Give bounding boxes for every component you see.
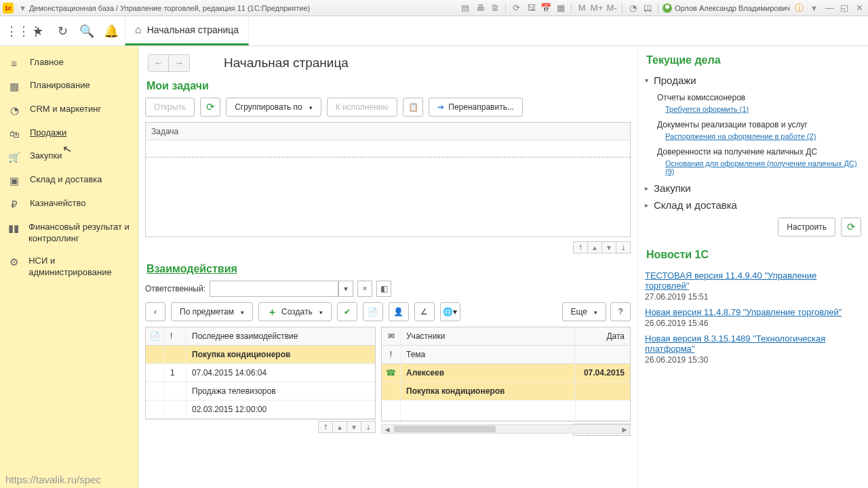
- book-icon[interactable]: 🕮: [642, 2, 654, 14]
- bell-icon[interactable]: 🔔: [103, 24, 119, 39]
- subject-row[interactable]: 107.04.2015 14:06:04: [146, 364, 375, 382]
- subjects-paging: ⤒▲▼⤓: [145, 421, 376, 433]
- configure-button[interactable]: Настроить: [778, 218, 835, 237]
- title-bar: 1c ▼ Демонстрационная база / Управление …: [0, 0, 868, 16]
- news-date: 26.06.2019 15:46: [645, 319, 861, 328]
- create-button[interactable]: ＋Создать: [258, 302, 332, 321]
- section-my-tasks: Мои задачи: [146, 80, 631, 92]
- close-icon[interactable]: ✕: [853, 2, 865, 14]
- section-interactions[interactable]: Взаимодействия: [146, 263, 631, 275]
- col-task: Задача: [151, 127, 178, 136]
- calendar-icon[interactable]: 📅: [540, 2, 552, 14]
- reload-icon[interactable]: ⟳: [510, 2, 522, 14]
- apps-icon[interactable]: ⋮⋮⋮: [5, 24, 22, 39]
- cart-icon: 🛒: [8, 151, 20, 163]
- responsible-dd[interactable]: ▾: [338, 281, 353, 297]
- subject-row[interactable]: 02.03.2015 12:00:00: [146, 401, 375, 419]
- by-subject-button[interactable]: По предметам: [171, 302, 253, 321]
- export-button[interactable]: 📋: [403, 98, 423, 117]
- affairs-refresh-button[interactable]: ⟳: [841, 218, 861, 237]
- 1c-logo-icon: 1c: [3, 3, 14, 14]
- tb-icon-1[interactable]: ▤: [459, 2, 471, 14]
- globe-button[interactable]: 🌐▾: [440, 302, 460, 321]
- to-execute-button[interactable]: К исполнению: [327, 98, 398, 117]
- refresh-icon: ⟳: [206, 101, 215, 113]
- chevron-right-icon: ▸: [645, 184, 648, 192]
- tasks-table[interactable]: Задача: [145, 122, 631, 237]
- affairs-group-sales[interactable]: ▾Продажи: [645, 72, 861, 89]
- affairs-link[interactable]: Требуется оформить (1): [657, 105, 861, 117]
- redirect-button[interactable]: ➔Перенаправить...: [429, 98, 523, 117]
- sidebar-item-admin[interactable]: ⚙НСИ и администрирование: [0, 250, 138, 284]
- prev-subj-button[interactable]: ‹: [145, 302, 165, 321]
- user-info[interactable]: Орлов Александр Владимирович: [663, 3, 790, 13]
- responsible-pick[interactable]: ◧: [376, 281, 391, 297]
- affairs-group-warehouse[interactable]: ▸Склад и доставка: [645, 197, 861, 214]
- mail-button[interactable]: ∠: [414, 302, 435, 321]
- sidebar-item-crm[interactable]: ◔CRM и маркетинг: [0, 98, 138, 122]
- subjects-table[interactable]: 📄 ! Последнее взаимодействие Покупка кон…: [145, 327, 376, 420]
- affairs-group-purchase[interactable]: ▸Закупки: [645, 180, 861, 197]
- m-minus-icon[interactable]: M-: [606, 2, 618, 14]
- responsible-input[interactable]: [210, 281, 338, 297]
- ruble-icon: ₽: [8, 199, 20, 211]
- check-icon: ✔: [344, 307, 351, 317]
- clock-icon[interactable]: ◔: [627, 2, 639, 14]
- m-icon[interactable]: M: [576, 2, 588, 14]
- info-icon[interactable]: ⓘ: [793, 2, 805, 14]
- nav-fwd-button[interactable]: →: [169, 55, 189, 71]
- subject-row[interactable]: Продажа телевизоров: [146, 382, 375, 401]
- open-button[interactable]: Открыть: [145, 98, 195, 117]
- person-button[interactable]: 👤: [389, 302, 409, 321]
- subject-row[interactable]: Покупка кондиционеров: [146, 346, 375, 364]
- save-icon[interactable]: 🖫: [525, 2, 537, 14]
- help-button[interactable]: ?: [610, 302, 631, 321]
- news-link[interactable]: ТЕСТОВАЯ версия 11.4.9.40 "Управление то…: [645, 270, 861, 291]
- refresh-button[interactable]: ⟳: [200, 98, 220, 117]
- info-dd-icon[interactable]: ▼: [810, 4, 818, 12]
- detail-row[interactable]: ☎Алексеев07.04.2015: [382, 364, 630, 382]
- sidebar-item-planning[interactable]: ▦Планирование: [0, 75, 138, 98]
- affairs-link[interactable]: Распоряжения на оформление в работе (2): [657, 132, 861, 144]
- minimize-icon[interactable]: —: [823, 2, 835, 14]
- news-date: 27.06.2019 15:51: [645, 292, 861, 302]
- doc-icon[interactable]: 🗎: [489, 2, 501, 14]
- chart-icon: ▮▮: [8, 222, 19, 235]
- menu-icon: ≡: [8, 58, 20, 69]
- details-table[interactable]: ✉УчастникиДата !Тема ☎Алексеев07.04.2015…: [381, 327, 631, 422]
- detail-row[interactable]: Покупка кондиционеров: [382, 382, 630, 401]
- search-icon[interactable]: 🔍: [79, 24, 95, 39]
- group-by-button[interactable]: Сгруппировать по: [226, 98, 321, 117]
- responsible-label: Ответственный:: [145, 284, 205, 293]
- refresh-icon: ⟳: [847, 221, 856, 233]
- m-plus-icon[interactable]: M+: [591, 2, 603, 14]
- news-link[interactable]: Новая версия 8.3.15.1489 "Технологическа…: [645, 333, 861, 354]
- bag-icon: 🛍: [8, 128, 20, 140]
- nav-back-button[interactable]: ←: [149, 55, 169, 71]
- restore-icon[interactable]: ◱: [838, 2, 850, 14]
- check-button[interactable]: ✔: [337, 302, 357, 321]
- sidebar-item-treasury[interactable]: ₽Казначейство: [0, 192, 138, 216]
- history-icon[interactable]: ↻: [54, 24, 71, 39]
- grid-icon[interactable]: ▦: [555, 2, 567, 14]
- tab-home[interactable]: ⌂ Начальная страница: [125, 16, 249, 45]
- col-icon: 📄: [146, 327, 165, 345]
- sidebar-item-main[interactable]: ≡Главное: [0, 52, 138, 75]
- top-toolbar: ⋮⋮⋮ ★ ↻ 🔍 🔔 ⌂ Начальная страница: [0, 16, 868, 46]
- responsible-clear[interactable]: ×: [357, 281, 372, 297]
- plus-icon: ＋: [267, 306, 277, 319]
- user-icon: [663, 3, 672, 13]
- favorite-icon[interactable]: ★: [30, 24, 46, 39]
- affairs-link[interactable]: Основания для оформления (получение нали…: [657, 159, 861, 180]
- more-button[interactable]: Еще: [562, 302, 606, 321]
- calendar-icon: ▦: [8, 81, 20, 93]
- sidebar-item-warehouse[interactable]: ▣Склад и доставка: [0, 169, 138, 192]
- news-link[interactable]: Новая версия 11.4.8.79 "Управление торго…: [645, 307, 861, 317]
- details-scroll[interactable]: ◄►: [381, 424, 631, 434]
- print-icon[interactable]: 🖶: [474, 2, 486, 14]
- app-menu-icon[interactable]: ▼: [19, 4, 26, 12]
- app-title: Демонстрационная база / Управление торго…: [29, 4, 310, 12]
- sidebar-item-finance[interactable]: ▮▮Финансовый результат и контроллинг: [0, 216, 138, 250]
- pie-icon: ◔: [8, 104, 20, 117]
- copy-button[interactable]: 📄: [363, 302, 383, 321]
